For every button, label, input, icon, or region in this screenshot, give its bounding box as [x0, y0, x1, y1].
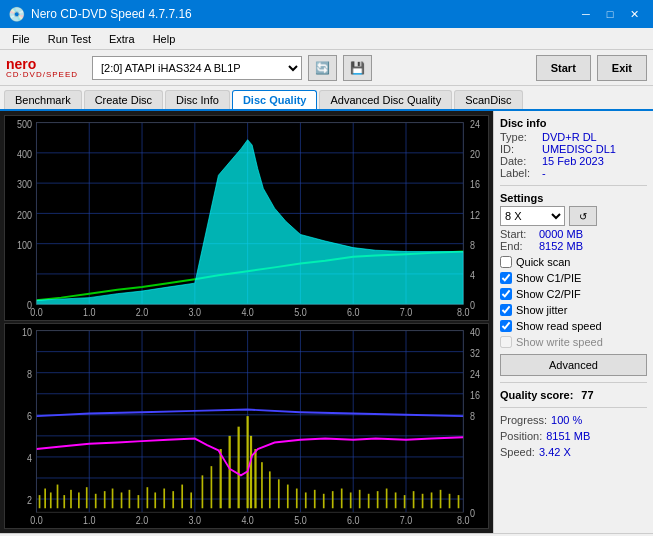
tab-scandisc[interactable]: ScanDisc: [454, 90, 522, 109]
nero-logo: nero CD·DVD/SPEED: [6, 57, 78, 79]
svg-text:1.0: 1.0: [83, 514, 96, 526]
svg-rect-91: [121, 492, 123, 508]
position-label: Position:: [500, 430, 542, 442]
write-speed-label: Show write speed: [516, 336, 603, 348]
svg-text:4: 4: [27, 453, 33, 465]
tab-disc-info[interactable]: Disc Info: [165, 90, 230, 109]
close-button[interactable]: ✕: [623, 5, 645, 23]
menu-bar: File Run Test Extra Help: [0, 28, 653, 50]
tab-benchmark[interactable]: Benchmark: [4, 90, 82, 109]
svg-text:12: 12: [470, 209, 480, 221]
svg-text:4: 4: [470, 270, 476, 282]
svg-rect-123: [395, 492, 397, 508]
speed-select[interactable]: 8 X: [500, 206, 565, 226]
svg-text:16: 16: [470, 179, 480, 191]
save-button[interactable]: 💾: [343, 55, 372, 81]
svg-rect-88: [95, 494, 97, 508]
minimize-button[interactable]: ─: [575, 5, 597, 23]
toolbar: nero CD·DVD/SPEED [2:0] ATAPI iHAS324 A …: [0, 50, 653, 86]
svg-rect-110: [278, 479, 280, 508]
title-bar: 💿 Nero CD-DVD Speed 4.7.7.16 ─ □ ✕: [0, 0, 653, 28]
svg-text:6: 6: [27, 410, 32, 422]
svg-rect-87: [86, 487, 88, 508]
progress-row: Progress: 100 %: [500, 414, 647, 426]
svg-rect-115: [323, 494, 325, 508]
type-label: Type:: [500, 131, 538, 143]
position-row: Position: 8151 MB: [500, 430, 647, 442]
svg-rect-106: [250, 436, 252, 508]
maximize-button[interactable]: □: [599, 5, 621, 23]
tab-disc-quality[interactable]: Disc Quality: [232, 90, 318, 109]
svg-text:5.0: 5.0: [294, 514, 307, 526]
svg-rect-96: [163, 489, 165, 509]
exit-button[interactable]: Exit: [597, 55, 647, 81]
svg-text:400: 400: [17, 148, 32, 160]
svg-rect-129: [449, 494, 451, 508]
speed-refresh-button[interactable]: ↺: [569, 206, 597, 226]
show-c1pie-checkbox[interactable]: [500, 272, 512, 284]
svg-text:8.0: 8.0: [457, 306, 470, 318]
charts-area: 500 400 300 200 100 0 24 20 16 12 8 4 0 …: [0, 111, 493, 533]
menu-help[interactable]: Help: [145, 31, 184, 47]
svg-rect-113: [305, 492, 307, 508]
svg-text:2: 2: [27, 495, 32, 507]
label-label: Label:: [500, 167, 538, 179]
start-mb-label: Start:: [500, 228, 535, 240]
svg-rect-80: [39, 495, 41, 508]
end-mb-label: End:: [500, 240, 535, 252]
svg-rect-105: [247, 416, 249, 508]
top-chart-svg: 500 400 300 200 100 0 24 20 16 12 8 4 0 …: [5, 116, 488, 320]
speed-row2: Speed: 3.42 X: [500, 446, 647, 458]
svg-text:20: 20: [470, 148, 480, 160]
svg-text:3.0: 3.0: [189, 306, 202, 318]
refresh-button[interactable]: 🔄: [308, 55, 337, 81]
show-write-speed-checkbox[interactable]: [500, 336, 512, 348]
svg-rect-118: [350, 492, 352, 508]
svg-text:4.0: 4.0: [241, 306, 254, 318]
svg-rect-89: [104, 491, 106, 508]
progress-label: Progress:: [500, 414, 547, 426]
svg-rect-85: [70, 490, 72, 508]
tab-create-disc[interactable]: Create Disc: [84, 90, 163, 109]
svg-rect-103: [229, 436, 231, 508]
start-button[interactable]: Start: [536, 55, 591, 81]
divider1: [500, 185, 647, 186]
advanced-button[interactable]: Advanced: [500, 354, 647, 376]
menu-run-test[interactable]: Run Test: [40, 31, 99, 47]
svg-text:8.0: 8.0: [457, 514, 470, 526]
svg-text:7.0: 7.0: [400, 306, 413, 318]
svg-rect-124: [404, 495, 406, 508]
menu-file[interactable]: File: [4, 31, 38, 47]
svg-rect-120: [368, 494, 370, 508]
show-jitter-checkbox[interactable]: [500, 304, 512, 316]
jitter-label: Show jitter: [516, 304, 567, 316]
svg-text:8: 8: [27, 368, 32, 380]
svg-rect-108: [261, 462, 263, 508]
tab-advanced-disc-quality[interactable]: Advanced Disc Quality: [319, 90, 452, 109]
svg-text:6.0: 6.0: [347, 306, 360, 318]
svg-rect-107: [254, 449, 256, 508]
bottom-chart-svg: 10 8 6 4 2 40 32 24 16 8 0 0.0 1.0 2.0 3…: [5, 324, 488, 528]
show-read-speed-checkbox[interactable]: [500, 320, 512, 332]
drive-select[interactable]: [2:0] ATAPI iHAS324 A BL1P: [92, 56, 302, 80]
window-controls: ─ □ ✕: [575, 5, 645, 23]
write-speed-row: Show write speed: [500, 336, 647, 348]
svg-rect-104: [238, 427, 240, 509]
svg-text:3.0: 3.0: [189, 514, 202, 526]
show-c2pif-checkbox[interactable]: [500, 288, 512, 300]
svg-rect-94: [147, 487, 149, 508]
svg-rect-126: [422, 494, 424, 508]
svg-rect-93: [138, 495, 140, 508]
svg-text:32: 32: [470, 347, 480, 359]
disc-id-row: ID: UMEDISC DL1: [500, 143, 647, 155]
svg-rect-83: [57, 485, 59, 509]
menu-extra[interactable]: Extra: [101, 31, 143, 47]
nero-logo-text: nero: [6, 57, 78, 71]
svg-text:8: 8: [470, 239, 475, 251]
svg-rect-82: [50, 492, 52, 508]
quick-scan-checkbox[interactable]: [500, 256, 512, 268]
svg-text:7.0: 7.0: [400, 514, 413, 526]
svg-rect-114: [314, 490, 316, 508]
divider3: [500, 407, 647, 408]
svg-text:24: 24: [470, 368, 480, 380]
